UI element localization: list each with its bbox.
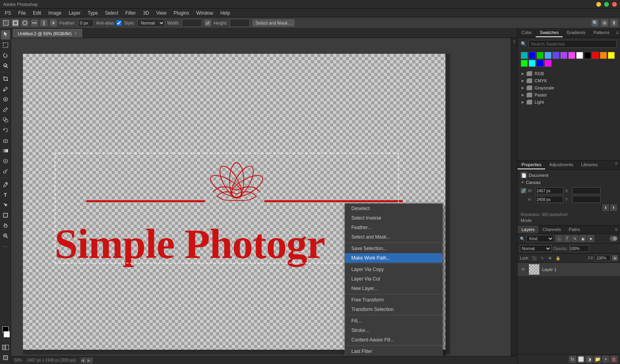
zoom-tool[interactable]	[1, 231, 10, 241]
lock-draw-btn[interactable]: ✎	[539, 255, 545, 261]
ctx-select-mask[interactable]: Select and Mask...	[345, 232, 442, 242]
menu-image[interactable]: Image	[45, 9, 64, 17]
swatch-yellow[interactable]	[608, 52, 615, 59]
group-btn[interactable]: 📁	[594, 356, 601, 363]
swatch-lightblue[interactable]	[544, 52, 552, 59]
filter-smart-btn[interactable]: ◉	[579, 235, 586, 242]
menu-3d[interactable]: 3D	[140, 9, 152, 17]
lasso-tool[interactable]	[1, 51, 10, 60]
tab-layers[interactable]: Layers	[518, 226, 538, 233]
ctx-layer-via-copy[interactable]: Layer Via Copy	[345, 265, 442, 274]
close-btn[interactable]	[612, 2, 617, 7]
layers-panel-menu[interactable]: ≡	[612, 227, 620, 232]
menu-filter[interactable]: Filter	[122, 9, 139, 17]
link-icon[interactable]: 🔗	[521, 188, 526, 193]
zoom-icon[interactable]: ⊕	[601, 19, 608, 27]
ctx-content-aware-fill[interactable]: Content-Aware Fill...	[345, 335, 442, 345]
layer-item-1[interactable]: 👁 Layer 1	[518, 263, 620, 276]
swatch-teal[interactable]	[521, 52, 528, 59]
tab-swatches[interactable]: Swatches	[536, 28, 563, 37]
ctx-save-selection[interactable]: Save Selection...	[345, 244, 442, 253]
delete-layer-btn[interactable]: 🗑	[611, 356, 618, 363]
canvas-icon2[interactable]: ⬆	[611, 205, 617, 211]
swatch-group-cmyk[interactable]: ▶ CMYK	[519, 77, 618, 84]
add-mask-btn[interactable]: ⬜	[577, 356, 584, 363]
swatch-blue[interactable]	[529, 52, 536, 59]
swatch-white[interactable]	[576, 52, 583, 59]
gradient-tool[interactable]	[1, 146, 10, 155]
filter-effect-btn[interactable]: ★	[587, 235, 594, 242]
marquee-tool-icon[interactable]	[2, 19, 9, 27]
options-icon1[interactable]	[50, 19, 57, 27]
canvas-icon1[interactable]: ⬇	[603, 205, 609, 211]
feather-input[interactable]	[78, 19, 94, 27]
menu-ps[interactable]: PS	[2, 9, 14, 17]
swatch-magenta[interactable]	[544, 60, 552, 67]
swatch-black[interactable]	[584, 52, 591, 59]
menu-view[interactable]: View	[153, 9, 170, 17]
ctx-layer-via-cut[interactable]: Layer Via Cut	[345, 274, 442, 284]
fill-lock-icon[interactable]: ◉	[612, 255, 618, 261]
tab-color[interactable]: Color	[518, 28, 536, 37]
ctx-new-layer[interactable]: New Layer...	[345, 284, 442, 293]
ctx-last-filter[interactable]: Last Filter	[345, 347, 442, 356]
menu-type[interactable]: Type	[84, 9, 101, 17]
select-mask-btn[interactable]: Select and Mask...	[252, 19, 295, 27]
ctx-feather[interactable]: Feather...	[345, 223, 442, 232]
tab-paths[interactable]: Paths	[565, 226, 584, 233]
panel-menu-btn[interactable]: ≡	[614, 30, 620, 36]
swatch-group-pastel[interactable]: ▶ Pastel	[519, 91, 618, 99]
pen-tool[interactable]	[1, 180, 10, 189]
document-tab[interactable]: Untitled-2 @ 50% (RGB/8#) ✕	[13, 29, 82, 38]
vertical-scrollbar[interactable]	[446, 54, 450, 350]
style-select[interactable]: Normal Fixed Ratio Fixed Size	[137, 19, 165, 27]
ctx-deselect[interactable]: Deselect	[345, 204, 442, 213]
status-arrow-left[interactable]: ◀	[81, 358, 86, 363]
ellipse-marquee-icon[interactable]	[21, 19, 28, 27]
ctx-fill[interactable]: Fill...	[345, 316, 442, 326]
layers-kind-select[interactable]: Kind Name Effect	[526, 235, 554, 242]
fill-input[interactable]	[595, 255, 611, 261]
swatch-orange[interactable]	[600, 52, 607, 59]
lock-pixel-btn[interactable]: ⬛	[531, 255, 537, 261]
adjustment-layer-btn[interactable]: ◑	[586, 356, 593, 363]
swatch-pink[interactable]	[568, 52, 575, 59]
brush-tool[interactable]	[1, 105, 10, 114]
background-color[interactable]	[4, 331, 10, 337]
status-arrow-right[interactable]: ▶	[87, 358, 93, 363]
more-tools[interactable]: ···	[1, 241, 10, 251]
hand-tool[interactable]	[1, 221, 10, 230]
ctx-select-inverse[interactable]: Select Inverse	[345, 213, 442, 223]
shape-tool[interactable]	[1, 210, 10, 220]
swatch-group-grayscale[interactable]: ▶ Grayscale	[519, 84, 618, 91]
path-select-tool[interactable]	[1, 200, 10, 210]
y-prop-input[interactable]	[572, 196, 601, 203]
layer-visibility-btn[interactable]: 👁	[520, 266, 526, 273]
tab-adjustments[interactable]: Adjustments	[545, 161, 577, 169]
antialias-checkbox[interactable]	[116, 19, 121, 27]
height-input[interactable]	[230, 19, 250, 27]
layers-blend-mode[interactable]: Normal Multiply Screen Overlay	[520, 245, 552, 252]
swatch-navy[interactable]	[537, 60, 544, 67]
swatch-group-light[interactable]: ▶ Light	[519, 99, 618, 106]
history-brush-tool[interactable]	[1, 125, 10, 135]
ctx-free-transform[interactable]: Free Transform	[345, 295, 442, 305]
crop-tool[interactable]	[1, 74, 10, 83]
blur-tool[interactable]	[1, 156, 10, 166]
lock-all-btn[interactable]: 🔒	[555, 255, 561, 261]
clone-tool[interactable]	[1, 115, 10, 125]
swatch-violet[interactable]	[560, 52, 567, 59]
menu-file[interactable]: File	[15, 9, 29, 17]
menu-layer[interactable]: Layer	[65, 9, 83, 17]
swatches-search-input[interactable]	[528, 40, 617, 48]
minimize-btn[interactable]	[596, 2, 601, 7]
spot-heal-tool[interactable]	[1, 95, 10, 104]
canvas-collapse-arrow[interactable]: ▼	[521, 180, 524, 184]
menu-window[interactable]: Window	[193, 9, 216, 17]
filter-toggle[interactable]	[610, 236, 618, 241]
swatch-group-rgb[interactable]: ▶ RGB	[519, 70, 618, 77]
rect-marquee-icon[interactable]	[12, 19, 19, 27]
screen-mode-btn[interactable]	[1, 353, 10, 362]
text-tool[interactable]: T	[1, 190, 10, 199]
menu-plugins[interactable]: Plugins	[171, 9, 192, 17]
